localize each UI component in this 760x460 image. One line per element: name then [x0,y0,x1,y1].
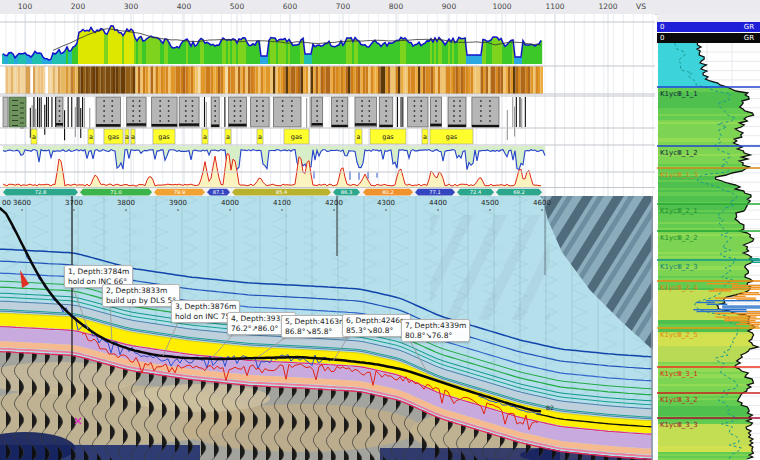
marker-label: K1ycⅢ_3_3 [660,421,698,429]
segment-value: 79.9 [174,189,186,195]
marker-label: K1ycⅢ_2_1 [660,207,698,215]
ruler-label: 1000 [492,2,511,11]
ruler-label: 900 [442,2,456,11]
ruler-label: 100 [18,2,32,11]
gas-label: a [203,133,207,141]
gr-curve-track[interactable]: K1ycⅢ_1_1K1ycⅢ_1_2K1ycⅢ_1_3K1ycⅢ_2_1K1yc… [657,43,760,460]
gas-label: a [357,133,361,141]
annotation-box-7[interactable]: 7, Depth:4339m80.8°↘76.8° [401,319,470,342]
ruler-label: 500 [230,2,244,11]
gr-header-black[interactable]: 0 GR [657,33,760,43]
gas-label: gas [291,133,303,141]
ruler-label: 300 [124,2,138,11]
ruler-label: 1100 [545,2,564,11]
trajectory-annotations: 1, Depth:3784mhold on INC 66°2, Depth:38… [0,196,653,460]
gas-label: a [258,133,262,141]
gas-label: gas [446,133,458,141]
marker-label: K1ycⅢ_1_2 [660,149,698,157]
segment-value: 87.1 [213,189,225,195]
vs-ruler: 100200300400500600700800900100011001200V… [0,0,760,15]
gr2-scale-min: 0 [660,34,664,42]
ruler-label: 1200 [598,2,617,11]
gr-curve-name: GR [744,23,754,31]
vs-axis-label: VS [636,2,646,11]
gas-label: a [423,133,427,141]
gr-type-log-panel: 0 GR 0 GR K1ycⅢ_1_1K1ycⅢ_1_2K1ycⅢ_1_3K1y… [657,14,760,460]
log-tracks-panel: aagasaagasaaagasagasagas72.871.079.987.1… [0,14,655,196]
gr-scale-min: 0 [660,23,664,31]
marker-label: K1ycⅢ_3_1 [660,370,698,378]
ruler-label: 400 [177,2,191,11]
gas-label: gas [382,133,394,141]
segment-value: 72.8 [35,189,47,195]
gr2-curve-name: GR [744,34,754,42]
marker-label: K1ycⅢ_1_1 [660,90,698,98]
marker-label: K1ycⅢ_3_2 [660,396,698,404]
segment-value: 77.1 [429,189,441,195]
gas-label: gas [158,133,170,141]
gas-label: a [89,133,93,141]
gas-label: a [131,133,135,141]
gas-label: a [32,133,36,141]
marker-label: K1ycⅢ_1_3 [660,171,698,179]
marker-label: K1ycⅢ_2_5 [660,331,698,339]
marker-label: K1ycⅢ_2_3 [660,263,698,271]
annotation-box-2[interactable]: 2, Depth:3833mbuild up by DLS 5° [102,284,180,307]
segment-value: 85.4 [276,189,288,195]
segment-value: 86.3 [341,189,353,195]
ruler-label: 800 [389,2,403,11]
ruler-label: 200 [71,2,85,11]
segment-value: 71.0 [110,189,122,195]
gas-label: a [226,133,230,141]
segment-value: 69.2 [513,189,525,195]
geosteering-app: 100200300400500600700800900100011001200V… [0,0,760,460]
ruler-label: 600 [283,2,297,11]
segment-value: 72.4 [470,189,482,195]
segment-value: 80.2 [382,189,394,195]
inclination-segment-bar: 72.871.079.987.185.486.380.277.172.469.2 [0,189,545,197]
track-color-stripes [3,66,543,94]
panel-top-strip [657,14,760,22]
annotation-box-5[interactable]: 5, Depth:4163m86.8°↘85.8° [281,315,350,338]
marker-label: K1ycⅢ_2_2 [660,234,698,242]
marker-label: K1ycⅢ_2_4 [660,284,698,292]
ruler-label: 700 [336,2,350,11]
gr-header-blue[interactable]: 0 GR [657,22,760,32]
gas-label: a [125,133,129,141]
gas-label: gas [108,133,120,141]
